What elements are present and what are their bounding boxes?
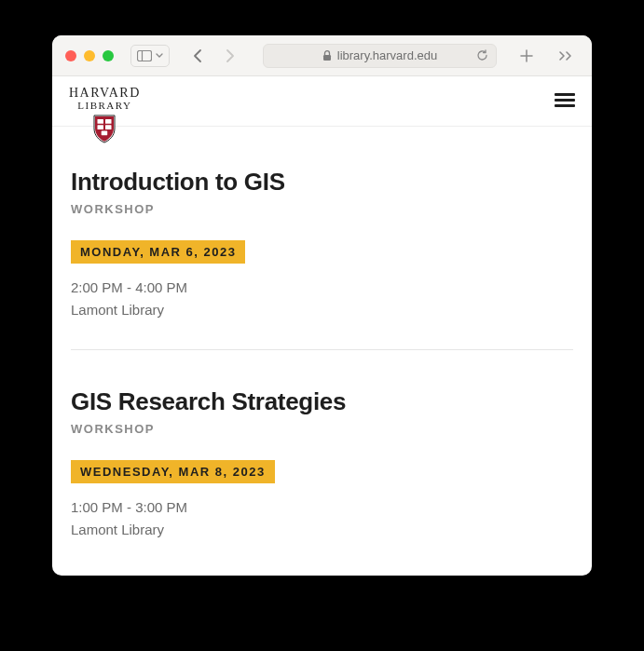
minimize-window-button[interactable] (84, 50, 95, 61)
forward-button[interactable] (216, 45, 242, 67)
svg-rect-2 (323, 55, 331, 61)
nav-arrows (185, 45, 242, 67)
event-date-badge: WEDNESDAY, MAR 8, 2023 (71, 460, 275, 483)
event-location: Lamont Library (71, 519, 573, 541)
event-title[interactable]: GIS Research Strategies (71, 387, 573, 416)
address-bar[interactable]: library.harvard.edu (263, 44, 497, 68)
event-title[interactable]: Introduction to GIS (71, 168, 573, 197)
reload-button[interactable] (476, 49, 488, 61)
event-time: 2:00 PM - 4:00 PM (71, 277, 573, 299)
event-time: 1:00 PM - 3:00 PM (71, 496, 573, 519)
url-text: library.harvard.edu (337, 48, 437, 62)
event-type: WORKSHOP (71, 422, 573, 436)
sidebar-toggle-button[interactable] (130, 45, 170, 67)
site-header: HARVARD LIBRARY (52, 76, 592, 127)
svg-rect-0 (138, 50, 152, 61)
brand-line2: LIBRARY (69, 100, 141, 111)
event-type: WORKSHOP (71, 202, 573, 216)
svg-rect-6 (105, 119, 112, 124)
svg-rect-8 (105, 125, 112, 129)
sidebar-icon (137, 50, 152, 61)
svg-rect-5 (98, 119, 104, 124)
menu-button[interactable] (555, 93, 575, 107)
event-location: Lamont Library (71, 299, 573, 321)
harvard-shield-icon (92, 114, 116, 143)
event-item: Introduction to GIS WORKSHOP MONDAY, MAR… (71, 153, 573, 349)
site-logo[interactable]: HARVARD LIBRARY (69, 86, 141, 111)
chevron-down-icon (156, 53, 163, 59)
brand-line1: HARVARD (69, 86, 141, 100)
content-area: Introduction to GIS WORKSHOP MONDAY, MAR… (52, 127, 592, 576)
svg-rect-9 (102, 130, 108, 135)
window-controls (65, 50, 114, 61)
svg-rect-7 (98, 125, 104, 129)
event-date-badge: MONDAY, MAR 6, 2023 (71, 240, 245, 264)
event-item: GIS Research Strategies WORKSHOP WEDNESD… (71, 349, 573, 569)
maximize-window-button[interactable] (103, 50, 114, 61)
lock-icon (322, 50, 332, 61)
browser-window: library.harvard.edu HARVARD LIBRARY (52, 35, 592, 576)
back-button[interactable] (185, 45, 211, 67)
browser-titlebar: library.harvard.edu (52, 35, 592, 76)
overflow-button[interactable] (553, 45, 579, 67)
close-window-button[interactable] (65, 50, 76, 61)
new-tab-button[interactable] (514, 45, 540, 67)
